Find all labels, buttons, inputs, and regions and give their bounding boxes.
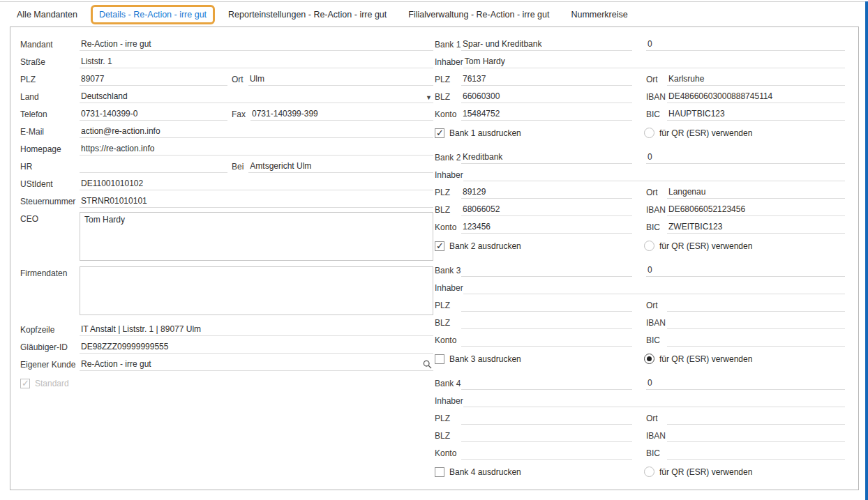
bank-1-print-checkbox[interactable] — [435, 128, 444, 138]
iban-label: IBAN — [646, 318, 667, 329]
homepage-field[interactable]: https://re-action.info — [80, 144, 433, 156]
hr-bei-row: HR Bei Amtsgericht Ulm — [20, 158, 433, 175]
bank-4-ort-field[interactable] — [667, 413, 845, 425]
bank-1-qr-radio[interactable] — [644, 128, 654, 138]
kopfzeile-field[interactable]: IT Anstalt | Liststr. 1 | 89077 Ulm — [80, 324, 433, 336]
fax-field[interactable]: 0731-140399-399 — [250, 109, 433, 121]
bank-1-blz-field[interactable]: 66060300 — [461, 91, 632, 103]
bank-4-konto-field[interactable] — [461, 448, 632, 460]
bank-2-code-field[interactable]: 0 — [646, 152, 845, 164]
bank-1-ort-field[interactable]: Karlsruhe — [667, 74, 845, 86]
bei-label: Bei — [232, 162, 244, 173]
konto-label: Konto — [435, 222, 461, 234]
mandant-field[interactable]: Re-Action - irre gut — [80, 39, 433, 51]
bank-3-qr-radio[interactable] — [644, 354, 654, 364]
strasse-label: Straße — [20, 57, 80, 68]
bank-3-name-field[interactable] — [461, 265, 632, 277]
iban-label: IBAN — [646, 92, 667, 103]
bank-4-print-checkbox[interactable] — [435, 467, 444, 477]
bank-2-options-row: Bank 2 ausdrucken für QR (ESR) verwenden — [435, 237, 845, 255]
plz-label: PLZ — [435, 414, 461, 425]
glaeubiger-id-label: Gläubiger-ID — [20, 342, 80, 354]
firmendaten-textarea[interactable] — [80, 266, 433, 315]
hr-field[interactable] — [80, 161, 227, 173]
bank-1-qr-label: für QR (ESR) verwenden — [659, 128, 752, 138]
strasse-field[interactable]: Liststr. 1 — [80, 56, 433, 68]
ustident-label: UStIdent — [20, 179, 80, 190]
eigener-kunde-field[interactable]: Re-Action - irre gut — [80, 359, 433, 371]
steuernummer-field[interactable]: STRNR01010101 — [80, 196, 433, 208]
bank-1-bic-field[interactable]: HAUPTBIC123 — [667, 109, 845, 121]
bank-4-plz-field[interactable] — [461, 413, 632, 425]
bank-1-konto-field[interactable]: 15484752 — [461, 109, 632, 121]
bank-3-plz-field[interactable] — [461, 300, 632, 312]
bank-3-iban-field[interactable] — [667, 317, 845, 329]
bank-3-bic-field[interactable] — [667, 335, 845, 347]
bank-3-code-field[interactable]: 0 — [646, 265, 845, 277]
chevron-down-icon[interactable]: ▼ — [426, 94, 432, 101]
tab-reporteinstellungen[interactable]: Reporteinstellungen - Re-Action - irre g… — [228, 10, 387, 20]
strasse-row: Straße Liststr. 1 — [20, 53, 433, 70]
blz-label: BLZ — [435, 92, 461, 103]
bank-2-iban-field[interactable]: DE68066052123456 — [667, 204, 845, 216]
bank-2-bic-field[interactable]: ZWEITBIC123 — [667, 222, 845, 234]
window-right-border — [865, 1, 868, 500]
bank-4-konto-bic-row: Konto BIC — [435, 444, 845, 462]
bank-3-qr-group: für QR (ESR) verwenden — [644, 354, 845, 364]
tab-nummerkreise[interactable]: Nummerkreise — [571, 10, 627, 20]
bank-3-print-group: Bank 3 ausdrucken — [435, 354, 521, 364]
blz-label: BLZ — [435, 318, 461, 329]
ort-field[interactable]: Ulm — [248, 74, 433, 86]
bank-1-name-field[interactable]: Spar- und Kreditbank — [461, 39, 632, 51]
bank-2-blz-field[interactable]: 68066052 — [461, 204, 632, 216]
bank-2-inhaber-field[interactable] — [463, 169, 845, 181]
email-field[interactable]: action@re-action.info — [80, 126, 433, 138]
search-icon[interactable] — [423, 360, 432, 369]
bank-2-plz-field[interactable]: 89129 — [461, 187, 632, 199]
bank-3-blz-field[interactable] — [461, 317, 632, 329]
plz-ort-row: PLZ 89077 Ort Ulm — [20, 70, 433, 88]
tab-alle-mandanten[interactable]: Alle Mandanten — [17, 10, 77, 20]
bank-4-code-field[interactable]: 0 — [646, 378, 845, 390]
bank-1-plz-ort-row: PLZ 76137 Ort Karlsruhe — [435, 70, 845, 88]
bank-2-ort-field[interactable]: Langenau — [667, 187, 845, 199]
bei-field[interactable]: Amtsgericht Ulm — [248, 161, 433, 173]
bank-4-print-label: Bank 4 ausdrucken — [449, 467, 521, 477]
bank-4-blz-field[interactable] — [461, 430, 632, 442]
land-select[interactable]: Deutschland ▼ — [80, 91, 433, 103]
ort-label: Ort — [646, 75, 667, 86]
bank-1-code-field[interactable]: 0 — [646, 39, 845, 51]
bank-2-section: Bank 2 Kreditbank 0 Inhaber PLZ 89129 Or… — [435, 149, 845, 255]
bank-4-name-field[interactable] — [461, 378, 632, 390]
bank-4-qr-radio[interactable] — [644, 467, 654, 477]
bank-3-inhaber-field[interactable] — [463, 282, 845, 294]
bank-2-konto-field[interactable]: 123456 — [461, 222, 632, 234]
plz-field[interactable]: 89077 — [80, 74, 227, 86]
bic-label: BIC — [646, 109, 667, 121]
bank-3-print-checkbox[interactable] — [435, 354, 444, 364]
land-value: Deutschland — [81, 91, 128, 101]
tab-details-active[interactable]: Details - Re-Action - irre gut — [91, 5, 215, 24]
bank-3-ort-field[interactable] — [667, 300, 845, 312]
tab-filialverwaltung[interactable]: Filialverwaltung - Re-Action - irre gut — [408, 10, 549, 20]
mandant-label: Mandant — [20, 40, 80, 51]
bank-2-name-field[interactable]: Kreditbank — [461, 152, 632, 164]
bank-3-konto-field[interactable] — [461, 335, 632, 347]
ceo-textarea[interactable]: Tom Hardy — [80, 212, 433, 261]
bank-3-konto-bic-row: Konto BIC — [435, 331, 845, 349]
glaeubiger-id-field[interactable]: DE98ZZZ09999999555 — [80, 342, 433, 354]
bank-2-qr-radio[interactable] — [644, 241, 654, 251]
ustident-field[interactable]: DE11001010102 — [80, 179, 433, 190]
bank-1-iban-field[interactable]: DE48660603000888745114 — [667, 91, 845, 103]
kopfzeile-label: Kopfzeile — [20, 325, 80, 336]
bank-2-print-checkbox[interactable] — [435, 241, 444, 251]
telefon-fax-row: Telefon 0731-140399-0 Fax 0731-140399-39… — [20, 105, 433, 123]
telefon-field[interactable]: 0731-140399-0 — [80, 109, 227, 121]
bic-label: BIC — [646, 448, 667, 460]
bank-1-plz-field[interactable]: 76137 — [461, 74, 632, 86]
bank-4-inhaber-field[interactable] — [463, 395, 845, 407]
bank-4-bic-field[interactable] — [667, 448, 845, 460]
bank-1-inhaber-field[interactable]: Tom Hardy — [463, 56, 845, 68]
bank-4-iban-field[interactable] — [667, 430, 845, 442]
bank-3-inhaber-row: Inhaber — [435, 279, 845, 296]
